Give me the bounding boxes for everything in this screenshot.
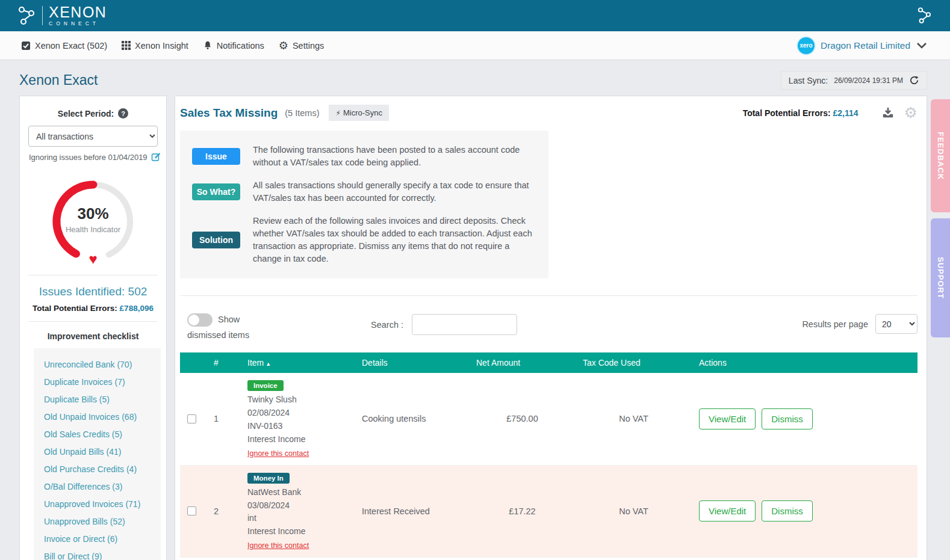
issue-badge: Issue <box>192 148 240 165</box>
checklist-item[interactable]: Old Purchase Credits (4) <box>34 460 161 478</box>
checklist-item[interactable]: Duplicate Invoices (7) <box>34 373 161 390</box>
search-input[interactable] <box>412 314 517 335</box>
checklist-item[interactable]: Duplicate Bills (5) <box>34 390 161 408</box>
row-number: 3 <box>206 558 240 560</box>
checkbox-checked-icon <box>21 41 31 51</box>
checklist-item[interactable]: Invoice or Direct (6) <box>34 530 161 547</box>
item-line: int <box>247 512 256 524</box>
last-sync-box: Last Sync: 26/09/2024 19:31 PM <box>781 71 927 90</box>
micro-sync-label: Micro-Sync <box>343 108 382 117</box>
molecule-icon <box>18 6 36 25</box>
nav-label: Xenon Insight <box>135 41 188 51</box>
heart-icon: ♥ <box>88 252 97 266</box>
tax-code-cell: No VAT <box>576 466 692 558</box>
item-line: 02/08/2024 <box>247 407 290 419</box>
ignore-contact-link[interactable]: Ignore this contact <box>247 541 309 550</box>
dismiss-button[interactable]: Dismiss <box>762 500 813 522</box>
row-checkbox[interactable] <box>187 414 196 423</box>
row-number: 2 <box>206 466 240 558</box>
issue-text: The following transactions have been pos… <box>253 144 536 169</box>
col-header-item[interactable]: Item▲ <box>240 358 355 368</box>
sidebar-total-errors-label: Total Potential Errors: <box>33 304 117 313</box>
nav-bar: Xenon Exact (502) Xenon Insight Notifica… <box>0 31 950 60</box>
account-dropdown[interactable]: xero Dragon Retail Limited <box>798 37 927 54</box>
page-title: Xenon Exact <box>19 72 98 88</box>
net-amount-cell: £47.00 <box>469 558 576 560</box>
item-line: Twinky Slush <box>247 394 297 405</box>
nav-label: Settings <box>293 41 324 51</box>
checklist-item[interactable]: Old Unpaid Invoices (68) <box>34 408 161 425</box>
sidebar-total-errors-value: £788,096 <box>120 304 154 313</box>
item-line: 03/08/2024 <box>247 500 290 511</box>
nav-label: Notifications <box>217 41 264 51</box>
edit-icon[interactable] <box>151 152 161 162</box>
refresh-icon[interactable] <box>909 75 919 85</box>
period-select[interactable]: All transactions <box>28 126 158 147</box>
col-header-details: Details <box>355 358 469 368</box>
checklist-item[interactable]: Unapproved Bills (52) <box>34 512 161 530</box>
nav-item-xenon-insight[interactable]: Xenon Insight <box>122 41 188 51</box>
top-bar: XENON CONNECT <box>0 0 950 31</box>
chevron-down-icon <box>916 42 927 49</box>
search-label: Search : <box>371 320 403 330</box>
table-header-row: # Item▲ Details Net Amount Tax Code Used… <box>180 352 917 373</box>
last-sync-value: 26/09/2024 19:31 PM <box>834 76 903 85</box>
checklist-item[interactable]: Bill or Direct (9) <box>34 547 161 560</box>
logo-sub: CONNECT <box>49 21 107 26</box>
ignore-contact-link[interactable]: Ignore this contact <box>247 449 309 458</box>
issue-info-panel: Issue The following transactions have be… <box>180 131 548 278</box>
nav-item-xenon-exact[interactable]: Xenon Exact (502) <box>21 41 107 51</box>
main-total-errors-label: Total Potential Errors: <box>743 108 831 118</box>
grid-icon <box>122 41 131 50</box>
solution-badge: Solution <box>192 232 240 248</box>
page-head: Xenon Exact Last Sync: 26/09/2024 19:31 … <box>0 60 950 96</box>
show-dismissed-toggle[interactable] <box>187 313 213 327</box>
items-count: (5 Items) <box>285 108 319 118</box>
nav-item-notifications[interactable]: Notifications <box>203 40 264 51</box>
table-row: 2Money InNatWest Bank03/08/2024intIntere… <box>180 466 917 558</box>
molecule-icon-right[interactable] <box>916 7 932 24</box>
checklist-item[interactable]: Old Sales Credits (5) <box>34 425 161 443</box>
support-tab[interactable]: SUPPORT <box>931 218 950 337</box>
issue-title: Sales Tax Missing <box>180 106 278 120</box>
download-icon[interactable] <box>881 107 895 119</box>
logo-text: XENON CONNECT <box>49 5 107 26</box>
main-panel: Sales Tax Missing (5 Items) ⚡ Micro-Sync… <box>175 96 927 560</box>
moneyin-badge: Money In <box>247 473 290 484</box>
logo-main: XENON <box>49 5 107 20</box>
sidebar-panel: Select Period: ? All transactions Ignori… <box>19 96 167 560</box>
sort-asc-icon: ▲ <box>265 361 271 367</box>
main-total-errors-value: £2,114 <box>833 108 858 118</box>
feedback-tab[interactable]: FEEDBACK <box>931 99 950 212</box>
item-cell: Money InNatWest Bank03/08/2024intInteres… <box>240 466 355 558</box>
checklist-item[interactable]: Unapproved Invoices (71) <box>34 495 161 512</box>
dismiss-button[interactable]: Dismiss <box>762 408 813 429</box>
divider <box>28 275 158 275</box>
so-what-badge: So What? <box>192 183 240 200</box>
tax-code-cell: No VAT <box>576 558 692 560</box>
net-amount-cell: £750.00 <box>469 373 576 465</box>
solution-text: Review each of the following sales invoi… <box>253 215 536 265</box>
view-edit-button[interactable]: View/Edit <box>699 500 756 522</box>
invoice-badge: Invoice <box>247 380 284 391</box>
micro-sync-badge[interactable]: ⚡ Micro-Sync <box>329 105 388 121</box>
checklist-item[interactable]: O/Bal Differences (3) <box>34 478 161 495</box>
checklist-item[interactable]: Unreconciled Bank (70) <box>34 355 161 373</box>
so-what-text: All sales transactions should generally … <box>253 179 536 205</box>
checklist-panel: Unreconciled Bank (70)Duplicate Invoices… <box>34 348 161 560</box>
view-edit-button[interactable]: View/Edit <box>699 408 756 429</box>
checklist-item[interactable]: Old Unpaid Bills (41) <box>34 443 161 460</box>
details-cell: Cooking utensils <box>355 373 469 465</box>
results-per-page-select[interactable]: 20 <box>875 314 917 334</box>
row-checkbox[interactable] <box>187 506 196 515</box>
col-header-num: # <box>206 358 240 368</box>
settings-gear-icon[interactable]: ⚙ <box>904 105 917 120</box>
item-cell: InvoiceTwinky Slush02/08/2024INV-0163Int… <box>240 373 355 465</box>
item-line: Interest Income <box>247 526 306 537</box>
issues-identified: Issues Identified: 502 <box>20 285 166 298</box>
issues-table: # Item▲ Details Net Amount Tax Code Used… <box>180 352 917 560</box>
table-row: 1InvoiceTwinky Slush02/08/2024INV-0163In… <box>180 373 917 466</box>
xero-badge: xero <box>798 37 815 54</box>
help-icon[interactable]: ? <box>118 108 128 118</box>
nav-item-settings[interactable]: ⚙ Settings <box>279 40 324 51</box>
